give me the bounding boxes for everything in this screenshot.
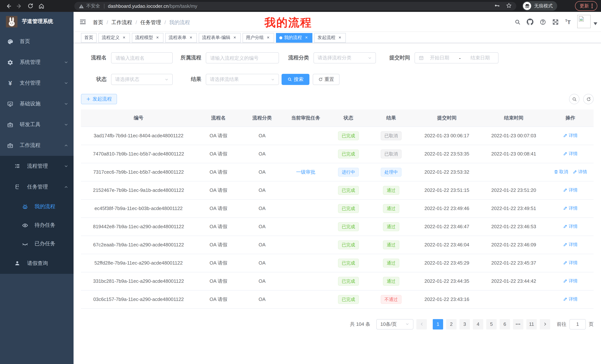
sidebar-item-done-tasks[interactable]: 已办任务 bbox=[0, 234, 74, 253]
cell-actions: 详情 bbox=[547, 181, 594, 199]
sidebar-item-infra[interactable]: 基础设施 bbox=[0, 94, 74, 114]
chevron-down-icon bbox=[64, 102, 68, 106]
page-button-6[interactable]: 6 bbox=[500, 319, 510, 329]
browser-reload-icon[interactable] bbox=[28, 3, 33, 9]
tab-close-icon[interactable]: × bbox=[266, 35, 271, 40]
action-详情[interactable]: 详情 bbox=[573, 169, 587, 175]
github-icon[interactable] bbox=[524, 19, 536, 25]
sidebar-item-todo-tasks[interactable]: 待办任务 bbox=[0, 216, 74, 234]
table-search-toggle-icon[interactable] bbox=[569, 94, 580, 104]
page-button-4[interactable]: 4 bbox=[473, 319, 483, 329]
sidebar-item-system[interactable]: 系统管理 bbox=[0, 52, 74, 73]
breadcrumb-item[interactable]: 工作流程 bbox=[111, 19, 132, 26]
search-icon[interactable] bbox=[511, 19, 524, 25]
tab-我的流程[interactable]: 我的流程× bbox=[276, 33, 312, 42]
page-button-11[interactable]: 11 bbox=[526, 319, 537, 329]
cell-category: OA bbox=[241, 272, 283, 290]
page-button-1[interactable]: 1 bbox=[433, 319, 443, 329]
page-size-select[interactable]: 10条/页 bbox=[376, 319, 413, 329]
search-button[interactable]: 搜索 bbox=[281, 74, 310, 85]
tab-流程模型[interactable]: 流程模型× bbox=[132, 33, 163, 42]
action-详情[interactable]: 详情 bbox=[563, 133, 578, 139]
breadcrumb-item[interactable]: 首页 bbox=[93, 19, 103, 26]
page-more-button[interactable]: ••• bbox=[513, 319, 523, 329]
action-详情[interactable]: 详情 bbox=[563, 223, 578, 230]
tab-close-icon[interactable]: × bbox=[188, 35, 193, 40]
tab-close-icon[interactable]: × bbox=[337, 35, 342, 40]
workflow-submenu: 流程管理 任务管理 我的流程 待办任务 已办任务 请假 bbox=[0, 156, 74, 274]
password-key-icon[interactable] bbox=[494, 3, 500, 10]
tab-close-icon[interactable]: × bbox=[232, 35, 237, 40]
cell-result: 通过 bbox=[369, 254, 413, 272]
browser-update-button[interactable]: 更新 bbox=[575, 1, 597, 11]
sidebar-item-process-mgmt[interactable]: 流程管理 bbox=[0, 156, 74, 177]
tab-流程表单[interactable]: 流程表单× bbox=[165, 33, 197, 42]
cell-id: 331bc281-7b9a-11ec-a290-acde48001122 bbox=[81, 272, 196, 290]
browser-home-icon[interactable] bbox=[38, 3, 45, 9]
tab-发起流程[interactable]: 发起流程× bbox=[314, 33, 346, 42]
status-select[interactable]: 请选择状态 bbox=[111, 74, 173, 85]
category-select[interactable]: 请选择流程分类 bbox=[313, 52, 376, 63]
cell-result: 通过 bbox=[369, 236, 413, 254]
sidebar-item-my-process[interactable]: 我的流程 bbox=[0, 197, 74, 216]
sidebar-item-home[interactable]: 首页 bbox=[0, 31, 74, 52]
process-name-input[interactable] bbox=[111, 52, 173, 63]
tab-close-icon[interactable]: × bbox=[155, 35, 160, 40]
tab-流程定义[interactable]: 流程定义× bbox=[99, 33, 130, 42]
action-取消[interactable]: 取消 bbox=[554, 169, 568, 175]
sidebar-fold-icon[interactable] bbox=[80, 19, 86, 27]
tab-流程表单-编辑[interactable]: 流程表单-编辑× bbox=[199, 33, 241, 42]
browser-back-icon[interactable] bbox=[5, 3, 11, 9]
sidebar-item-pay[interactable]: ¥ 支付管理 bbox=[0, 73, 74, 94]
filter-status-label: 状态 bbox=[84, 76, 107, 83]
sidebar-item-workflow[interactable]: 工作流程 bbox=[0, 135, 74, 156]
action-详情[interactable]: 详情 bbox=[563, 296, 578, 302]
fullscreen-icon[interactable] bbox=[549, 19, 562, 25]
help-icon[interactable] bbox=[536, 19, 549, 25]
cell-current-task bbox=[283, 145, 328, 163]
category-placeholder: 请选择流程分类 bbox=[318, 55, 368, 61]
browser-forward-icon[interactable] bbox=[16, 3, 23, 9]
table-refresh-icon[interactable] bbox=[583, 94, 594, 104]
tab-首页[interactable]: 首页 bbox=[81, 33, 97, 42]
reset-button[interactable]: 重置 bbox=[313, 74, 340, 85]
page-button-5[interactable]: 5 bbox=[486, 319, 497, 329]
page-button-2[interactable]: 2 bbox=[446, 319, 457, 329]
font-size-icon[interactable]: TT bbox=[562, 19, 574, 25]
process-definition-input[interactable] bbox=[206, 52, 279, 63]
sidebar-item-leave-query[interactable]: 请假查询 bbox=[0, 253, 74, 274]
sidebar-logo-row[interactable]: 芋道管理系统 bbox=[0, 12, 74, 31]
next-page-button[interactable] bbox=[540, 319, 550, 329]
user-avatar[interactable] bbox=[577, 15, 597, 28]
current-task-link[interactable]: 一级审批 bbox=[296, 169, 315, 175]
col-id: 编号 bbox=[81, 109, 196, 126]
not-secure-icon bbox=[79, 3, 84, 9]
cell-category: OA bbox=[241, 217, 283, 236]
submit-time-range-picker[interactable]: 开始日期 - 结束日期 bbox=[415, 52, 499, 63]
url-bar[interactable]: 不安全 dashboard.yudao.iocoder.cn /bpm/task… bbox=[74, 2, 516, 10]
action-详情[interactable]: 详情 bbox=[563, 241, 578, 248]
action-详情[interactable]: 详情 bbox=[563, 151, 578, 157]
result-select[interactable]: 请选择流结果 bbox=[206, 74, 279, 85]
tab-close-icon[interactable]: × bbox=[304, 35, 309, 40]
page-button-3[interactable]: 3 bbox=[460, 319, 470, 329]
cell-submit-time: 2022-01-22 23:44:35 bbox=[413, 272, 480, 290]
action-详情[interactable]: 详情 bbox=[563, 205, 578, 211]
tab-close-icon[interactable]: × bbox=[121, 35, 127, 40]
sidebar-item-devtools[interactable]: 研发工具 bbox=[0, 114, 74, 135]
page-jump-input[interactable] bbox=[570, 319, 586, 329]
action-详情[interactable]: 详情 bbox=[563, 187, 578, 193]
tab-用户分组[interactable]: 用户分组× bbox=[242, 33, 274, 42]
sidebar-item-task-mgmt[interactable]: 任务管理 bbox=[0, 177, 74, 197]
table-row: 819442e8-7b9a-11ec-a290-acde48001122OA 请… bbox=[81, 217, 594, 236]
start-date-placeholder: 开始日期 bbox=[425, 55, 454, 61]
action-详情[interactable]: 详情 bbox=[563, 278, 578, 284]
cell-end-time: 2022-01-22 23:44:42 bbox=[480, 272, 547, 290]
cell-end-time bbox=[480, 290, 547, 308]
breadcrumb-item[interactable]: 任务管理 bbox=[140, 19, 161, 26]
action-详情[interactable]: 详情 bbox=[563, 260, 578, 266]
prev-page-button[interactable] bbox=[416, 319, 427, 329]
cell-category: OA bbox=[241, 181, 283, 199]
create-process-button[interactable]: 发起流程 bbox=[81, 94, 117, 104]
bookmark-star-icon[interactable] bbox=[506, 3, 512, 10]
